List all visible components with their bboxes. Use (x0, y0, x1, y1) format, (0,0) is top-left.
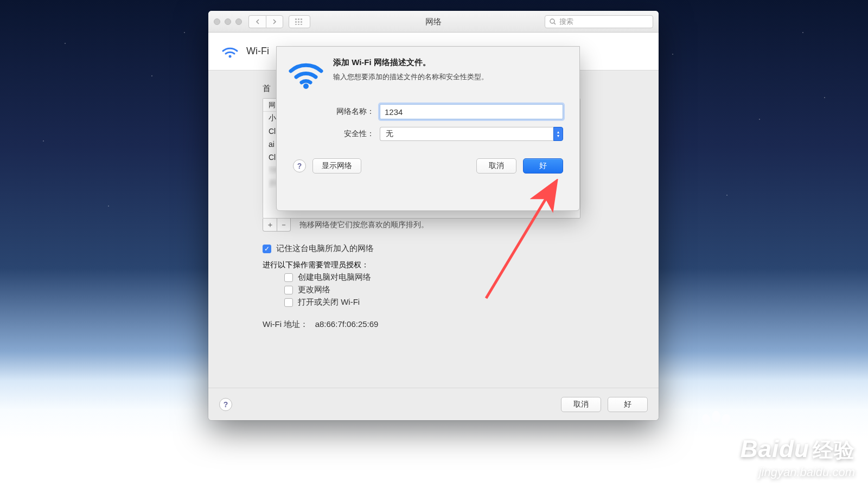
ok-button[interactable]: 好 (608, 397, 648, 412)
svg-rect-2 (301, 18, 302, 20)
admin-item[interactable]: 打开或关闭 Wi-Fi (284, 297, 631, 307)
svg-line-10 (554, 23, 556, 24)
svg-rect-1 (298, 18, 299, 20)
watermark-brand: Baidduu经验 (741, 435, 855, 464)
wifi-icon (221, 44, 239, 59)
search-field[interactable]: 搜索 (545, 15, 653, 28)
subhead-label: Wi-Fi (246, 46, 269, 57)
zoom-dot[interactable] (235, 18, 242, 25)
security-label: 安全性： (293, 129, 380, 139)
brand-en: Bai (741, 435, 779, 462)
admin-item-label: 创建电脑对电脑网络 (298, 272, 371, 282)
svg-rect-0 (295, 18, 297, 20)
svg-rect-6 (295, 24, 297, 25)
brand-zh: 经验 (813, 439, 855, 461)
checkbox-icon (284, 273, 293, 282)
remember-checkbox-row[interactable]: 记住这台电脑所加入的网络 (263, 243, 631, 254)
traffic-lights (214, 18, 242, 25)
admin-intro: 进行以下操作需要管理员授权： (263, 260, 631, 270)
svg-point-9 (550, 19, 554, 23)
remember-label: 记住这台电脑所加入的网络 (276, 243, 374, 254)
add-network-button[interactable]: ＋ (263, 219, 277, 232)
search-icon (550, 18, 556, 25)
network-name-input[interactable] (380, 104, 563, 119)
sheet-subtitle: 输入您想要添加的描述文件的名称和安全性类型。 (333, 72, 488, 82)
prefs-window: 网络 搜索 Wi-Fi 首 网 小 Cl (208, 11, 659, 420)
grid-icon (295, 18, 304, 25)
minimize-dot[interactable] (225, 18, 231, 25)
sheet-ok-button[interactable]: 好 (523, 158, 563, 174)
stepper-arrows-icon (553, 127, 563, 141)
addr-label: Wi-Fi 地址： (263, 319, 308, 329)
svg-rect-4 (298, 21, 299, 23)
drag-hint: 拖移网络使它们按您喜欢的顺序排列。 (299, 220, 429, 230)
add-profile-sheet: 添加 Wi-Fi 网络描述文件。 输入您想要添加的描述文件的名称和安全性类型。 … (276, 46, 580, 211)
show-networks-button[interactable]: 显示网络 (312, 158, 361, 174)
sheet-title: 添加 Wi-Fi 网络描述文件。 (333, 57, 488, 68)
titlebar: 网络 搜索 (208, 11, 659, 33)
list-controls: ＋ － 拖移网络使它们按您喜欢的顺序排列。 (263, 219, 631, 232)
svg-point-15 (712, 411, 720, 423)
admin-item-label: 更改网络 (298, 285, 330, 295)
checkbox-checked-icon (263, 245, 271, 253)
svg-rect-8 (301, 24, 302, 25)
watermark: Baidduu经验 jingyan.baidu.com (741, 435, 855, 479)
admin-item[interactable]: 创建电脑对电脑网络 (284, 272, 631, 282)
svg-point-11 (229, 55, 232, 57)
chevron-left-icon (256, 19, 260, 24)
svg-point-17 (726, 423, 736, 435)
network-name-label: 网络名称： (293, 107, 380, 117)
svg-point-14 (701, 413, 712, 427)
cancel-button[interactable]: 取消 (561, 397, 601, 412)
svg-point-16 (720, 413, 732, 427)
svg-rect-7 (298, 24, 299, 25)
security-select[interactable]: 无 (380, 127, 563, 141)
window-footer: ? 取消 好 (208, 388, 659, 420)
svg-rect-3 (295, 21, 297, 23)
watermark-url: jingyan.baidu.com (741, 465, 855, 479)
svg-point-12 (303, 84, 309, 89)
remove-network-button[interactable]: － (277, 219, 291, 232)
nav-buttons (248, 15, 283, 28)
wifi-large-icon (289, 57, 323, 92)
forward-button[interactable] (266, 15, 283, 28)
show-all-button[interactable] (289, 15, 310, 28)
back-button[interactable] (248, 15, 266, 28)
admin-item[interactable]: 更改网络 (284, 285, 631, 295)
checkbox-icon (284, 286, 293, 294)
paw-icon (697, 409, 736, 448)
addr-value: a8:66:7f:06:25:69 (315, 319, 379, 329)
chevron-right-icon (272, 19, 277, 24)
sheet-help-button[interactable]: ? (293, 159, 306, 172)
search-placeholder: 搜索 (559, 17, 573, 27)
checkbox-icon (284, 298, 293, 307)
close-dot[interactable] (214, 18, 220, 25)
sheet-cancel-button[interactable]: 取消 (476, 158, 516, 174)
svg-rect-5 (301, 21, 302, 23)
help-button[interactable]: ? (219, 398, 232, 411)
security-value: 无 (380, 127, 553, 141)
admin-item-label: 打开或关闭 Wi-Fi (298, 297, 360, 307)
wifi-address: Wi-Fi 地址： a8:66:7f:06:25:69 (263, 319, 631, 330)
